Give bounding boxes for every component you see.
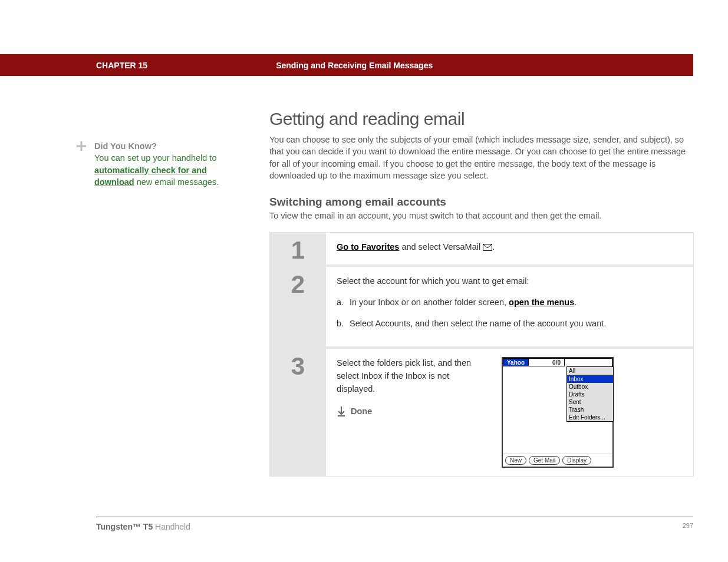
favorites-link[interactable]: Go to Favorites — [337, 242, 399, 252]
step1-period: . — [492, 242, 495, 252]
folder-trash[interactable]: Trash — [567, 406, 613, 414]
section-intro: To view the email in an account, you mus… — [269, 211, 694, 220]
folder-outbox[interactable]: Outbox — [567, 383, 613, 391]
step3-text: Select the folders pick list, and then s… — [337, 357, 490, 395]
did-you-know-title: Did You Know? — [94, 141, 157, 151]
folder-drafts[interactable]: Drafts — [567, 391, 613, 398]
folder-picklist[interactable]: All Inbox Outbox Drafts Sent Trash Edit … — [566, 366, 614, 422]
folder-edit[interactable]: Edit Folders... — [567, 414, 613, 421]
header-title: Sending and Receiving Email Messages — [276, 61, 433, 70]
dyk-text-pre: You can set up your handheld to — [94, 153, 216, 163]
folder-inbox[interactable]: Inbox — [567, 375, 613, 383]
folder-all[interactable]: All — [567, 367, 613, 375]
step-number: 2 — [270, 267, 326, 346]
step-body: Select the account for which you want to… — [326, 267, 693, 346]
done-label: Done — [351, 405, 372, 418]
section-heading: Switching among email accounts — [269, 196, 694, 209]
dyk-text-post: new email messages. — [134, 177, 219, 187]
steps-container: 1 Go to Favorites and select VersaMail .… — [269, 232, 694, 477]
step2a-period: . — [574, 297, 577, 307]
product-name: Tungsten™ T5 — [96, 522, 153, 531]
footer: Tungsten™ T5 Handheld 297 — [96, 517, 693, 531]
intro-text: You can choose to see only the subjects … — [269, 134, 694, 181]
step-2: 2 Select the account for which you want … — [270, 267, 693, 349]
step1-rest: and select VersaMail — [399, 242, 483, 252]
folder-sent[interactable]: Sent — [567, 398, 613, 406]
page-number: 297 — [683, 522, 693, 531]
get-mail-button[interactable]: Get Mail — [529, 456, 560, 465]
step2-lead: Select the account for which you want to… — [337, 275, 683, 288]
device-screenshot: Yahoo 0/0 All Inbox Outbox Drafts — [502, 357, 614, 468]
message-count: 0/0 — [528, 358, 564, 366]
sidebar-tip: Did You Know? You can set up your handhe… — [77, 140, 224, 188]
step-body: Go to Favorites and select VersaMail . — [326, 233, 693, 265]
header-bar: CHAPTER 15 Sending and Receiving Email M… — [0, 54, 693, 76]
step-number: 3 — [270, 349, 326, 476]
done-arrow-icon — [337, 406, 346, 417]
step2a-pre: In your Inbox or on another folder scree… — [350, 297, 509, 307]
plus-icon — [77, 140, 86, 154]
step-1: 1 Go to Favorites and select VersaMail . — [270, 233, 693, 267]
account-tab[interactable]: Yahoo — [503, 358, 528, 366]
open-menus-link[interactable]: open the menus — [509, 297, 574, 307]
step-body: Select the folders pick list, and then s… — [326, 349, 693, 476]
main-content: Getting and reading email You can choose… — [269, 109, 694, 477]
new-button[interactable]: New — [505, 456, 526, 465]
sub-letter-b: b. — [337, 318, 350, 330]
step2b-text: Select Accounts, and then select the nam… — [350, 318, 606, 330]
page-heading: Getting and reading email — [269, 109, 694, 129]
chapter-label: CHAPTER 15 — [96, 61, 147, 70]
product-suffix: Handheld — [153, 522, 190, 531]
step-number: 1 — [270, 233, 326, 265]
sub-letter-a: a. — [337, 296, 350, 309]
mail-icon — [483, 242, 492, 252]
display-button[interactable]: Display — [562, 456, 591, 465]
step-3: 3 Select the folders pick list, and then… — [270, 349, 693, 476]
